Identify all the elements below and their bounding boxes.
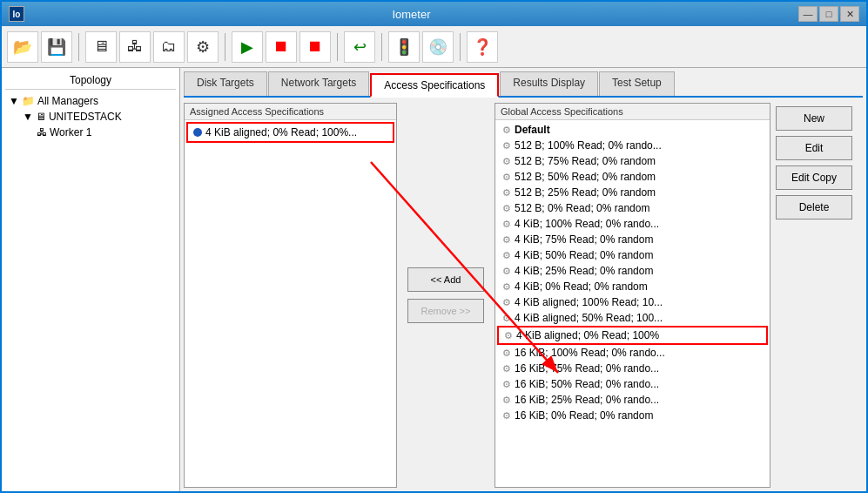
edit-button[interactable]: Edit bbox=[776, 136, 852, 160]
app-logo: Io bbox=[9, 6, 24, 22]
assigned-panel-title: Assigned Access Specifications bbox=[185, 104, 396, 120]
add-button[interactable]: << Add bbox=[407, 267, 484, 292]
edit-copy-button[interactable]: Edit Copy bbox=[776, 165, 852, 190]
stop-button[interactable]: ⏹ bbox=[266, 31, 297, 63]
tab-disk-targets[interactable]: Disk Targets bbox=[184, 71, 267, 96]
delete-button[interactable]: Delete bbox=[776, 195, 852, 219]
gear-icon-8: ⚙ bbox=[502, 250, 511, 261]
global-item-7[interactable]: ⚙ 4 KiB; 75% Read; 0% random bbox=[497, 232, 768, 247]
close-button[interactable]: ✕ bbox=[840, 6, 859, 22]
toolbar-separator-3 bbox=[337, 33, 338, 61]
tab-network-targets[interactable]: Network Targets bbox=[268, 71, 369, 96]
start-button[interactable]: ▶ bbox=[232, 31, 263, 63]
global-item-4[interactable]: ⚙ 512 B; 25% Read; 0% random bbox=[497, 185, 768, 200]
global-item-12[interactable]: ⚙ 4 KiB aligned; 50% Read; 100... bbox=[497, 310, 768, 326]
global-item-9[interactable]: ⚙ 4 KiB; 25% Read; 0% random bbox=[497, 263, 768, 279]
config-button[interactable]: ⚙ bbox=[187, 31, 219, 63]
minimize-button[interactable]: — bbox=[798, 6, 818, 22]
worker-button[interactable]: 🖧 bbox=[119, 31, 151, 63]
global-item-0[interactable]: ⚙ Default bbox=[497, 122, 768, 138]
global-item-13[interactable]: ⚙ 4 KiB aligned; 0% Read; 100% bbox=[497, 326, 768, 345]
global-item-label-14: 16 KiB; 100% Read; 0% rando... bbox=[515, 347, 665, 359]
global-item-11[interactable]: ⚙ 4 KiB aligned; 100% Read; 10... bbox=[497, 294, 768, 310]
global-item-label-0: Default bbox=[515, 124, 550, 136]
tab-test-setup[interactable]: Test Setup bbox=[599, 71, 675, 96]
global-item-label-9: 4 KiB; 25% Read; 0% random bbox=[515, 265, 653, 277]
global-item-6[interactable]: ⚙ 4 KiB; 100% Read; 0% rando... bbox=[497, 216, 768, 232]
display-button[interactable]: 🖥 bbox=[85, 31, 117, 63]
gear-icon-11: ⚙ bbox=[502, 297, 511, 308]
global-item-3[interactable]: ⚙ 512 B; 50% Read; 0% random bbox=[497, 169, 768, 185]
global-item-label-11: 4 KiB aligned; 100% Read; 10... bbox=[515, 296, 663, 308]
open-button[interactable]: 📂 bbox=[7, 31, 38, 63]
gear-icon-6: ⚙ bbox=[502, 219, 511, 230]
gear-icon-16: ⚙ bbox=[502, 379, 511, 390]
global-panel: Global Access Specifications ⚙ Default ⚙… bbox=[495, 103, 770, 488]
sidebar-item-all-managers[interactable]: ▼ 📁 All Managers bbox=[5, 93, 176, 109]
assigned-list: 4 KiB aligned; 0% Read; 100%... bbox=[185, 120, 396, 487]
global-item-18[interactable]: ⚙ 16 KiB; 0% Read; 0% random bbox=[497, 408, 768, 423]
global-item-label-16: 16 KiB; 50% Read; 0% rando... bbox=[515, 378, 659, 390]
help-button[interactable]: ❓ bbox=[467, 31, 498, 63]
gear-icon-3: ⚙ bbox=[502, 172, 511, 183]
global-item-5[interactable]: ⚙ 512 B; 0% Read; 0% random bbox=[497, 200, 768, 216]
new-button[interactable]: New bbox=[776, 106, 852, 131]
targets-button[interactable]: 🗂 bbox=[153, 31, 185, 63]
global-item-16[interactable]: ⚙ 16 KiB; 50% Read; 0% rando... bbox=[497, 376, 768, 392]
assigned-item-0[interactable]: 4 KiB aligned; 0% Read; 100%... bbox=[186, 122, 394, 143]
stopall-button[interactable]: ⏹ bbox=[299, 31, 331, 63]
global-item-15[interactable]: ⚙ 16 KiB; 75% Read; 0% rando... bbox=[497, 361, 768, 376]
global-item-label-17: 16 KiB; 25% Read; 0% rando... bbox=[515, 394, 659, 406]
sidebar-label-worker1: Worker 1 bbox=[50, 126, 91, 138]
global-item-label-4: 512 B; 25% Read; 0% random bbox=[515, 186, 656, 199]
reset-button[interactable]: ↩ bbox=[344, 31, 375, 63]
sidebar-title: Topology bbox=[5, 71, 176, 90]
sidebar-item-unitedstack[interactable]: ▼ 🖥 UNITEDSTACK bbox=[19, 109, 176, 125]
toolbar-separator-5 bbox=[460, 33, 461, 61]
gear-icon-10: ⚙ bbox=[502, 281, 511, 293]
folder-icon: 📁 bbox=[22, 95, 35, 107]
global-item-label-13: 4 KiB aligned; 0% Read; 100% bbox=[516, 329, 659, 341]
gear-icon-14: ⚙ bbox=[502, 348, 511, 359]
global-item-label-10: 4 KiB; 0% Read; 0% random bbox=[515, 280, 648, 293]
tab-access-specifications[interactable]: Access Specifications bbox=[370, 73, 499, 98]
gear-icon-17: ⚙ bbox=[502, 395, 511, 406]
global-item-label-7: 4 KiB; 75% Read; 0% random bbox=[515, 233, 653, 246]
sidebar-children: ▼ 🖥 UNITEDSTACK 🖧 Worker 1 bbox=[5, 109, 176, 140]
maximize-button[interactable]: □ bbox=[819, 6, 838, 22]
global-item-10[interactable]: ⚙ 4 KiB; 0% Read; 0% random bbox=[497, 279, 768, 294]
remove-button[interactable]: Remove >> bbox=[407, 299, 484, 323]
save-button[interactable]: 💾 bbox=[41, 31, 72, 63]
traffic-button[interactable]: 🚦 bbox=[388, 31, 420, 63]
gear-icon-9: ⚙ bbox=[502, 266, 511, 277]
global-item-label-2: 512 B; 75% Read; 0% random bbox=[515, 155, 656, 167]
gear-icon-5: ⚙ bbox=[502, 203, 511, 214]
toolbar: 📂 💾 🖥 🖧 🗂 ⚙ ▶ ⏹ ⏹ ↩ 🚦 💿 ❓ bbox=[2, 26, 866, 68]
gear-icon-7: ⚙ bbox=[502, 234, 511, 246]
main-area: Topology ▼ 📁 All Managers ▼ 🖥 UNITEDSTAC… bbox=[2, 68, 866, 491]
content-area: Disk Targets Network Targets Access Spec… bbox=[180, 68, 866, 491]
global-item-2[interactable]: ⚙ 512 B; 75% Read; 0% random bbox=[497, 153, 768, 169]
assigned-item-label-0: 4 KiB aligned; 0% Read; 100%... bbox=[205, 126, 357, 138]
gear-icon-15: ⚙ bbox=[502, 363, 511, 375]
window-title: Iometer bbox=[24, 8, 798, 21]
global-item-1[interactable]: ⚙ 512 B; 100% Read; 0% rando... bbox=[497, 138, 768, 153]
global-item-17[interactable]: ⚙ 16 KiB; 25% Read; 0% rando... bbox=[497, 392, 768, 408]
sidebar-children-2: 🖧 Worker 1 bbox=[19, 125, 176, 140]
global-item-label-15: 16 KiB; 75% Read; 0% rando... bbox=[515, 362, 659, 375]
assigned-panel: Assigned Access Specifications 4 KiB ali… bbox=[184, 103, 397, 488]
gear-icon-1: ⚙ bbox=[502, 140, 511, 152]
global-item-label-5: 512 B; 0% Read; 0% random bbox=[515, 202, 649, 214]
global-list[interactable]: ⚙ Default ⚙ 512 B; 100% Read; 0% rando..… bbox=[495, 120, 770, 487]
disk-button[interactable]: 💿 bbox=[422, 31, 454, 63]
global-item-8[interactable]: ⚙ 4 KiB; 50% Read; 0% random bbox=[497, 247, 768, 263]
global-item-label-1: 512 B; 100% Read; 0% rando... bbox=[515, 139, 662, 152]
tab-results-display[interactable]: Results Display bbox=[500, 71, 598, 96]
toolbar-separator-1 bbox=[78, 33, 79, 61]
toolbar-separator-4 bbox=[381, 33, 382, 61]
sidebar: Topology ▼ 📁 All Managers ▼ 🖥 UNITEDSTAC… bbox=[2, 68, 180, 491]
global-item-label-18: 16 KiB; 0% Read; 0% random bbox=[515, 409, 653, 422]
main-window: Io Iometer — □ ✕ 📂 💾 🖥 🖧 🗂 ⚙ ▶ ⏹ ⏹ ↩ 🚦 💿… bbox=[0, 0, 868, 493]
sidebar-item-worker1[interactable]: 🖧 Worker 1 bbox=[33, 125, 176, 140]
global-item-14[interactable]: ⚙ 16 KiB; 100% Read; 0% rando... bbox=[497, 345, 768, 361]
